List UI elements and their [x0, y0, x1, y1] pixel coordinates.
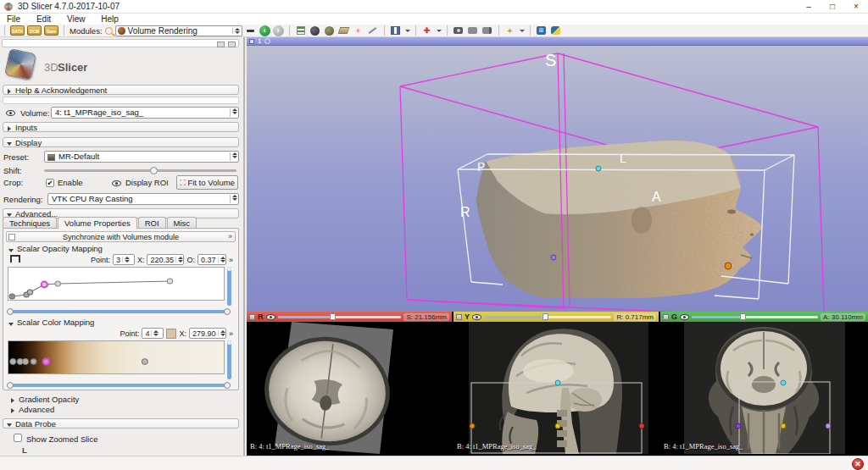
color-gradient-editor[interactable]: [8, 340, 225, 374]
extension-caret-icon[interactable]: [520, 30, 525, 32]
sync-checkbox[interactable]: [8, 234, 15, 241]
module-selector[interactable]: Volume Rendering: [115, 25, 242, 36]
maximize-button[interactable]: □: [821, 0, 844, 14]
extension-wizard-icon[interactable]: ✦: [504, 25, 516, 36]
green-slice-bar[interactable]: G A: 30.110mm: [660, 312, 868, 322]
close-button[interactable]: ×: [844, 0, 868, 14]
fiducial-purple[interactable]: [551, 255, 556, 260]
volume-visibility-eye-icon[interactable]: [6, 108, 15, 118]
slice-visibility-eye-icon[interactable]: [472, 314, 481, 320]
slice-offset-slider[interactable]: [692, 313, 818, 320]
scalar-color-header[interactable]: Scalar Color Mapping: [7, 318, 235, 327]
scalar-opacity-header[interactable]: Scalar Opacity Mapping: [7, 245, 235, 253]
layout-caret-icon[interactable]: [405, 30, 410, 32]
slice-visibility-eye-icon[interactable]: [266, 314, 275, 320]
data-probe-section[interactable]: Data Probe: [3, 418, 239, 429]
annotations-module-icon[interactable]: [367, 25, 379, 36]
menu-help[interactable]: Help: [94, 14, 125, 25]
sync-more-icon[interactable]: »: [228, 232, 232, 241]
red-slice-bar[interactable]: R S: 21.156mm: [247, 312, 452, 322]
roi-handle-cyan[interactable]: [781, 380, 786, 385]
roi-handle-orange[interactable]: [725, 263, 732, 269]
color-x-spinbox[interactable]: 279.90: [189, 328, 226, 339]
roi-handle-purple[interactable]: [736, 423, 741, 429]
markups-module-icon[interactable]: ✳: [353, 25, 364, 36]
layout-selector-icon[interactable]: [390, 25, 402, 36]
scene-restore-icon[interactable]: [481, 25, 493, 36]
screenshot-icon[interactable]: [453, 25, 465, 36]
color-vscrollbar[interactable]: [227, 340, 231, 379]
threeD-view-controller-bar[interactable]: 1: [247, 37, 868, 46]
extensions-manager-icon[interactable]: ⊞: [536, 25, 548, 36]
color-swatch[interactable]: [166, 329, 176, 339]
help-section[interactable]: Help & Acknowledgement: [3, 85, 239, 95]
center-view-icon[interactable]: [264, 38, 270, 44]
pin-icon[interactable]: [249, 314, 255, 320]
roi-handle-yellow[interactable]: [555, 423, 560, 429]
roi-handle-lavender[interactable]: [826, 423, 831, 429]
volume-selector[interactable]: 4: t1_MPRage_iso_sag_: [51, 107, 239, 119]
slice-offset-slider[interactable]: [484, 313, 611, 320]
color-more-icon[interactable]: »: [229, 329, 233, 338]
minimize-button[interactable]: –: [797, 0, 821, 14]
forward-arrow-icon[interactable]: ›: [273, 25, 284, 36]
roi-handle-yellow[interactable]: [781, 423, 786, 429]
point-spinbox[interactable]: 3: [113, 254, 135, 265]
threeD-viewport[interactable]: S R P L A: [247, 46, 868, 312]
yellow-slice-bar[interactable]: Y R: 0.717mm: [453, 312, 659, 322]
tab-roi[interactable]: ROI: [138, 217, 166, 228]
tab-techniques[interactable]: Techniques: [3, 217, 57, 228]
transforms-module-icon[interactable]: [338, 25, 350, 36]
combo-arrows-icon[interactable]: [232, 28, 240, 34]
display-section[interactable]: Display: [3, 137, 239, 147]
advanced-sub-section[interactable]: Advanced: [7, 405, 235, 415]
python-console-icon[interactable]: [550, 25, 562, 36]
hide-panel-icon[interactable]: [228, 41, 236, 47]
error-log-icon[interactable]: ✕: [852, 458, 864, 470]
module-list-icon[interactable]: [295, 25, 307, 36]
back-arrow-icon[interactable]: ‹: [259, 25, 270, 36]
load-data-icon[interactable]: DATA: [10, 25, 25, 36]
scene-view-icon[interactable]: [467, 25, 479, 36]
selected-opacity-point[interactable]: [42, 282, 47, 288]
fit-to-volume-button[interactable]: ⛶ Fit to Volume: [176, 175, 238, 190]
module-history-icon[interactable]: [245, 25, 257, 36]
pin-icon[interactable]: [663, 314, 669, 320]
roi-handle-orange[interactable]: [470, 423, 475, 429]
models-module-icon[interactable]: [324, 25, 336, 36]
sync-volumes-button[interactable]: Synchronize with Volumes module »: [6, 231, 236, 242]
fiducial-cyan[interactable]: [596, 166, 601, 171]
display-roi-eye-icon[interactable]: [112, 179, 121, 188]
menu-file[interactable]: File: [0, 14, 27, 25]
menu-view[interactable]: View: [60, 14, 92, 25]
preset-selector[interactable]: MR-Default: [44, 151, 239, 163]
crop-enable-checkbox[interactable]: ✔: [46, 178, 54, 187]
color-point-spinbox[interactable]: 4: [142, 328, 164, 339]
inputs-section[interactable]: Inputs: [3, 122, 239, 132]
slice-visibility-eye-icon[interactable]: [680, 314, 689, 320]
slice-offset-slider[interactable]: [278, 313, 402, 320]
tab-volume-properties[interactable]: Volume Properties: [58, 217, 137, 229]
green-slice-viewport[interactable]: B: 4: t1_MPRage_iso_sag_: [660, 322, 868, 454]
opacity-curve-editor[interactable]: [8, 267, 225, 301]
roi-handle-red[interactable]: [639, 423, 644, 429]
shift-slider-handle[interactable]: [150, 167, 158, 174]
save-icon[interactable]: Save: [44, 25, 58, 36]
selected-color-point[interactable]: [43, 358, 50, 364]
rendering-selector[interactable]: VTK CPU Ray Casting: [47, 193, 239, 205]
show-zoomed-slice-checkbox[interactable]: [14, 434, 22, 444]
load-dicom-icon[interactable]: DCM: [27, 25, 42, 36]
yellow-slice-viewport[interactable]: B: 4: t1_MPRage_iso_sag_: [453, 322, 659, 454]
volumes-module-icon[interactable]: [309, 25, 321, 36]
histogram-icon[interactable]: [10, 255, 20, 263]
gradient-opacity-section[interactable]: Gradient Opacity: [7, 395, 235, 405]
pin-icon[interactable]: [249, 39, 254, 44]
o-spinbox[interactable]: 0.37: [198, 254, 226, 265]
crosshair-caret-icon[interactable]: [437, 30, 442, 32]
undock-panel-icon[interactable]: [217, 41, 225, 47]
shift-slider[interactable]: [44, 166, 236, 174]
menu-edit[interactable]: Edit: [30, 14, 58, 25]
roi-handle-cyan[interactable]: [555, 380, 560, 385]
opacity-range-slider[interactable]: [8, 308, 229, 315]
module-search-icon[interactable]: [105, 27, 113, 35]
